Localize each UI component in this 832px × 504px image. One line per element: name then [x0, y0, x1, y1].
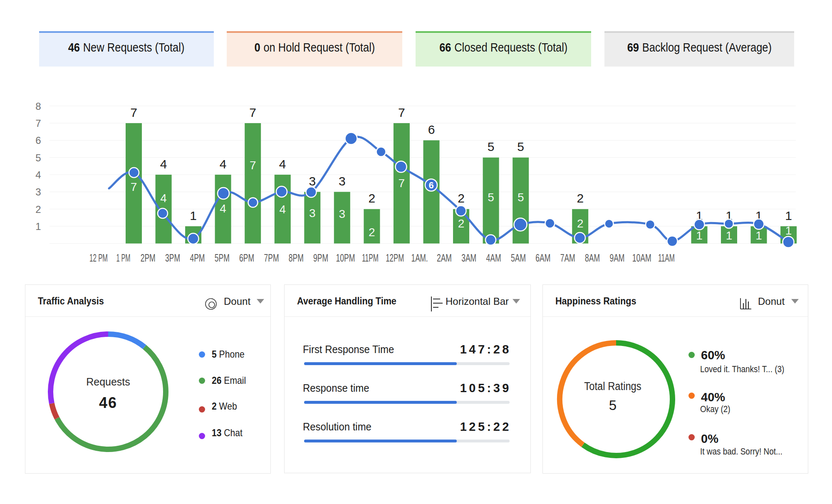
svg-text:1: 1 — [35, 221, 41, 232]
svg-text:7AM: 7AM — [560, 252, 575, 264]
svg-text:4PM: 4PM — [190, 252, 205, 264]
svg-text:6: 6 — [35, 135, 41, 146]
svg-text:11PM: 11PM — [362, 252, 379, 264]
svg-text:3: 3 — [339, 208, 346, 220]
svg-text:6: 6 — [428, 123, 435, 136]
svg-text:2PM: 2PM — [141, 252, 156, 264]
svg-text:5PM: 5PM — [215, 252, 230, 264]
svg-text:7: 7 — [250, 159, 256, 172]
svg-text:3: 3 — [309, 174, 316, 188]
svg-text:9PM: 9PM — [313, 252, 328, 264]
svg-text:4: 4 — [160, 192, 167, 205]
svg-text:4: 4 — [220, 202, 226, 215]
svg-text:11AM: 11AM — [658, 252, 675, 264]
svg-text:2: 2 — [577, 191, 584, 205]
svg-text:10PM: 10PM — [336, 252, 355, 264]
svg-text:2AM: 2AM — [437, 252, 452, 264]
svg-text:1: 1 — [726, 229, 733, 242]
svg-text:1 PM: 1 PM — [116, 252, 130, 264]
svg-text:3: 3 — [339, 174, 346, 188]
svg-text:1: 1 — [755, 229, 762, 242]
svg-text:2: 2 — [35, 204, 41, 215]
svg-text:7: 7 — [130, 106, 137, 119]
svg-text:2: 2 — [369, 191, 376, 205]
svg-text:8PM: 8PM — [289, 252, 304, 264]
svg-text:3: 3 — [35, 186, 41, 198]
svg-text:1AM.: 1AM. — [411, 252, 428, 264]
svg-text:4: 4 — [160, 157, 167, 171]
svg-text:5: 5 — [35, 152, 41, 163]
svg-text:3AM: 3AM — [461, 252, 476, 264]
svg-text:1: 1 — [785, 209, 792, 222]
svg-text:5: 5 — [518, 191, 524, 204]
svg-text:2: 2 — [458, 191, 465, 205]
svg-text:7: 7 — [131, 180, 137, 193]
svg-text:2: 2 — [369, 226, 375, 239]
svg-text:7: 7 — [249, 106, 256, 119]
svg-text:4: 4 — [220, 157, 227, 171]
svg-text:9AM: 9AM — [609, 252, 624, 264]
svg-text:3: 3 — [309, 207, 316, 220]
svg-text:5: 5 — [517, 140, 524, 153]
svg-text:7: 7 — [398, 106, 405, 119]
svg-text:2: 2 — [577, 217, 584, 230]
svg-text:4: 4 — [279, 157, 286, 171]
svg-text:2: 2 — [458, 217, 465, 230]
svg-text:6PM: 6PM — [239, 252, 254, 264]
svg-text:7: 7 — [399, 177, 405, 190]
svg-text:1: 1 — [785, 224, 792, 237]
svg-text:3PM: 3PM — [165, 252, 180, 264]
svg-text:6: 6 — [428, 180, 433, 190]
svg-text:5: 5 — [488, 191, 494, 204]
svg-text:7PM: 7PM — [264, 252, 279, 264]
svg-text:1: 1 — [696, 229, 703, 242]
svg-text:4: 4 — [279, 203, 286, 216]
svg-text:12PM: 12PM — [386, 252, 404, 264]
svg-text:1: 1 — [190, 209, 197, 222]
svg-text:12 PM: 12 PM — [89, 252, 108, 264]
svg-text:4: 4 — [35, 169, 41, 180]
svg-text:5AM: 5AM — [511, 252, 526, 264]
svg-text:8: 8 — [35, 101, 41, 112]
svg-text:6AM: 6AM — [535, 252, 550, 264]
svg-text:8AM: 8AM — [585, 252, 600, 264]
svg-text:7: 7 — [35, 118, 41, 129]
svg-text:10AM: 10AM — [632, 252, 651, 264]
svg-text:4AM: 4AM — [486, 252, 501, 264]
svg-text:5: 5 — [488, 140, 495, 153]
